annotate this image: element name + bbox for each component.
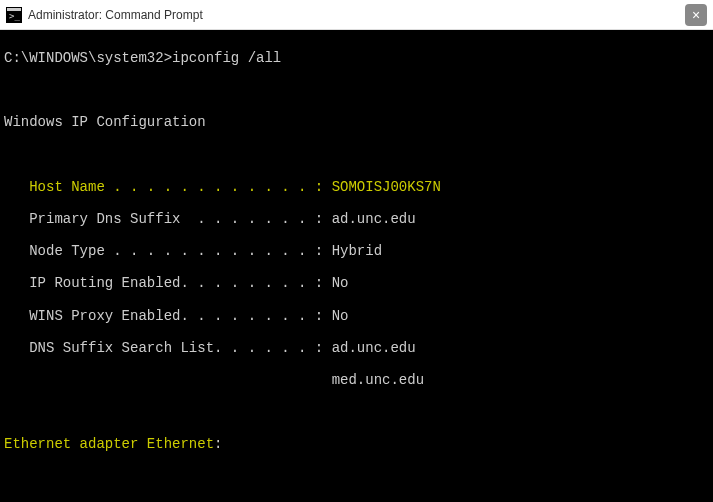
hostname-label: Host Name . . . . . . . . . . . . :: [4, 179, 332, 195]
iprouting-row: IP Routing Enabled. . . . . . . . : No: [4, 275, 713, 291]
dnssearch-label: DNS Suffix Search List. . . . . . :: [4, 340, 332, 356]
dnssuffix-row: Primary Dns Suffix . . . . . . . : ad.un…: [4, 211, 713, 227]
iprouting-value: No: [332, 275, 349, 291]
dnssearch-row: DNS Suffix Search List. . . . . . : ad.u…: [4, 340, 713, 356]
titlebar: >_ Administrator: Command Prompt ×: [0, 0, 713, 30]
nodetype-row: Node Type . . . . . . . . . . . . : Hybr…: [4, 243, 713, 259]
terminal-output: C:\WINDOWS\system32>ipconfig /all Window…: [0, 30, 713, 502]
prompt-line: C:\WINDOWS\system32>ipconfig /all: [4, 50, 713, 66]
winsproxy-value: No: [332, 308, 349, 324]
winsproxy-row: WINS Proxy Enabled. . . . . . . . : No: [4, 308, 713, 324]
prompt-path: C:\WINDOWS\system32>: [4, 50, 172, 66]
nodetype-label: Node Type . . . . . . . . . . . . :: [4, 243, 332, 259]
section-header-ethernet: Ethernet adapter Ethernet:: [4, 436, 713, 452]
dnssearch-cont: med.unc.edu: [4, 372, 713, 388]
command-text: ipconfig /all: [172, 50, 281, 66]
ethernet-header-colon: :: [214, 436, 222, 452]
window-title: Administrator: Command Prompt: [28, 8, 685, 22]
dnssuffix-value: ad.unc.edu: [332, 211, 416, 227]
svg-text:>_: >_: [9, 11, 20, 21]
close-button[interactable]: ×: [685, 4, 707, 26]
section-header-ipconfig: Windows IP Configuration: [4, 114, 713, 130]
iprouting-label: IP Routing Enabled. . . . . . . . :: [4, 275, 332, 291]
cmd-icon: >_: [6, 7, 22, 23]
dnssearch-value: ad.unc.edu: [332, 340, 416, 356]
hostname-row: Host Name . . . . . . . . . . . . : SOMO…: [4, 179, 713, 195]
winsproxy-label: WINS Proxy Enabled. . . . . . . . :: [4, 308, 332, 324]
dnssuffix-label: Primary Dns Suffix . . . . . . . :: [4, 211, 332, 227]
ethernet-header-text: Ethernet adapter Ethernet: [4, 436, 214, 452]
hostname-value: SOMOISJ00KS7N: [332, 179, 441, 195]
nodetype-value: Hybrid: [332, 243, 382, 259]
